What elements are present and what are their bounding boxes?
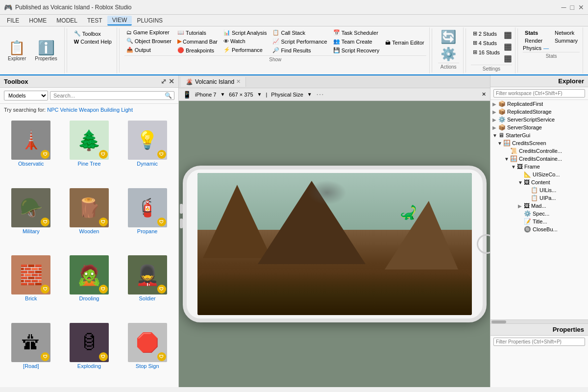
viewport-tab-volcanic[interactable]: 🌋 Volcanic Island ✕: [181, 77, 246, 87]
size-mode-dropdown-icon[interactable]: ▼: [307, 92, 312, 97]
properties-area: [490, 348, 588, 387]
call-stack-btn[interactable]: 📋 Call Stack: [270, 28, 329, 37]
tree-item-replicatedstorage[interactable]: ▶ 📦 ReplicatedStorage: [490, 108, 588, 116]
suggestion-vehicle[interactable]: Vehicle: [60, 107, 77, 113]
list-item[interactable]: 🛣 🛡 [Road]: [4, 321, 58, 385]
physics-minus-btn[interactable]: —: [543, 45, 549, 51]
actions-icon2[interactable]: ⚙️: [441, 47, 456, 62]
watch-btn[interactable]: 👁 Watch: [221, 37, 269, 45]
network-btn[interactable]: Network: [553, 29, 580, 36]
list-item[interactable]: 🛑 🛡 Stop Sign: [120, 321, 174, 385]
performance-btn[interactable]: ⚡ Performance: [221, 46, 269, 54]
item-badge: 🛡: [99, 285, 108, 294]
device-close-btn[interactable]: ✕: [482, 91, 486, 98]
tree-item-creditsscreen[interactable]: ▼ 🪟 CreditsScreen: [490, 139, 588, 147]
tree-item-serverscriptservice[interactable]: ▶ ⚙️ ServerScriptService: [490, 116, 588, 123]
script-performance-btn[interactable]: 📈 Script Performance: [270, 37, 329, 46]
tree-item-title[interactable]: ▶ 📝 Title...: [490, 218, 588, 225]
tree-item-startergui[interactable]: ▼ 🖥 StarterGui: [490, 131, 588, 139]
tab-close-btn[interactable]: ✕: [236, 78, 241, 85]
tree-item-mad[interactable]: ▶ 🖼 Mad...: [490, 202, 588, 210]
tree-item-serverstorage[interactable]: ▶ 📦 ServerStorage: [490, 123, 588, 131]
menu-test[interactable]: TEST: [82, 16, 107, 25]
breakpoints-btn[interactable]: 🔴 Breakpoints: [175, 46, 220, 54]
size-mode: Physical Size: [271, 92, 303, 98]
phone-home-btn: [477, 234, 490, 254]
tree-item-uilis[interactable]: ▶ 📋 UILis...: [490, 186, 588, 194]
tree-item-closebu[interactable]: ▶ 🔘 CloseBu...: [490, 225, 588, 233]
tree-item-spec[interactable]: ▶ ⚙️ Spec...: [490, 210, 588, 218]
suggestion-npc[interactable]: NPC: [47, 107, 58, 113]
category-select[interactable]: Models Meshes Images Audio Plugins: [4, 91, 48, 100]
list-item[interactable]: 🪵 🛡 Wooden: [62, 186, 117, 250]
device-dropdown2-icon[interactable]: ▼: [257, 92, 262, 97]
tree-icon: 📜: [510, 147, 517, 154]
item-badge: 🛡: [157, 352, 166, 361]
suggestion-building[interactable]: Building: [100, 107, 120, 113]
explorer-filter-input[interactable]: [493, 89, 585, 98]
task-scheduler-btn[interactable]: 📅 Task Scheduler: [331, 28, 382, 37]
list-item[interactable]: 🧟 🛡 Drooling: [62, 253, 117, 317]
terrain-editor-btn[interactable]: 🏔 Terrain Editor: [383, 39, 426, 47]
tutorials-btn[interactable]: 📖 Tutorials: [175, 28, 220, 37]
find-results-btn[interactable]: 🔎 Find Results: [270, 46, 329, 54]
properties-filter-input[interactable]: [493, 338, 585, 346]
render-btn[interactable]: Render: [523, 37, 549, 44]
toolbox-ribbon-btn[interactable]: 🔧 Toolbox: [72, 29, 114, 38]
studs-4-btn[interactable]: ⊞ 4 Studs: [471, 39, 502, 47]
object-browser-btn[interactable]: 🔍 Object Browser: [124, 37, 173, 45]
suggestion-light[interactable]: Light: [121, 107, 133, 113]
list-item[interactable]: 💡 🛡 Dynamic: [120, 119, 174, 182]
suggestions-prefix: Try searching for:: [4, 107, 46, 113]
toolbox-popout-btn[interactable]: ⤢: [161, 77, 167, 85]
physics-row: Physics —: [523, 45, 549, 51]
menu-file[interactable]: FILE: [2, 16, 24, 25]
menu-home[interactable]: HOME: [24, 16, 51, 25]
summary-btn[interactable]: Summary: [553, 37, 580, 44]
toolbox-close-btn[interactable]: ✕: [169, 77, 174, 85]
stats-btn[interactable]: Stats: [523, 29, 549, 36]
explorer-hscroll[interactable]: [490, 319, 588, 323]
list-item[interactable]: 🧯 🛡 Propane: [120, 186, 174, 250]
maximize-btn[interactable]: □: [570, 3, 574, 11]
command-bar-btn[interactable]: ▶ Command Bar: [175, 37, 220, 46]
team-create-btn[interactable]: 👥 Team Create: [331, 37, 382, 46]
tree-item-creditscontainer[interactable]: ▼ 🪟 CreditsContaine...: [490, 155, 588, 163]
search-input[interactable]: [52, 92, 165, 99]
minimize-btn[interactable]: ─: [562, 3, 566, 11]
suggestion-weapon[interactable]: Weapon: [79, 107, 99, 113]
tree-arrow: ▶: [492, 117, 498, 122]
tree-item-replicatedfirst[interactable]: ▶ 📦 ReplicatedFirst: [490, 100, 588, 108]
list-item[interactable]: 💂 🛡 Soldier: [120, 253, 174, 317]
tree-item-creditscontroller[interactable]: ▶ 📜 CreditsControlle...: [490, 147, 588, 155]
object-browser-icon: 🔍: [126, 38, 133, 44]
menu-view[interactable]: VIEW: [107, 16, 132, 25]
script-analysis-btn[interactable]: 📊 Script Analysis: [221, 28, 269, 37]
tree-item-content[interactable]: ▼ 🖼 Content: [490, 178, 588, 186]
explorer-btn[interactable]: 📋 Explorer: [4, 38, 30, 63]
close-btn[interactable]: ✕: [578, 3, 584, 11]
stud-grid3: ▦: [504, 53, 512, 64]
tree-item-uipa[interactable]: ▶ 📋 UIPa...: [490, 194, 588, 202]
output-btn[interactable]: 📤 Output: [124, 46, 173, 54]
list-item[interactable]: 🗼 🛡 Observatic: [4, 119, 58, 182]
list-item[interactable]: 🛢 🛡 Exploding: [62, 321, 117, 385]
actions-icon1[interactable]: 🔄: [441, 29, 456, 45]
device-dropdown-icon[interactable]: ▼: [220, 92, 225, 97]
tree-item-frame[interactable]: ▼ 🖼 Frame: [490, 163, 588, 171]
list-item[interactable]: 🌲 🛡 Pine Tree: [62, 119, 117, 182]
studs-16-btn[interactable]: ⊞ 16 Studs: [471, 48, 502, 56]
explorer-tree: ▶ 📦 ReplicatedFirst ▶ 📦 ReplicatedStorag…: [490, 100, 588, 319]
context-help-btn[interactable]: W Context Help: [72, 38, 114, 46]
sep5: [517, 28, 518, 73]
studs-2-btn[interactable]: ⊞ 2 Studs: [471, 29, 502, 38]
properties-btn[interactable]: ℹ️ Properties: [31, 38, 61, 63]
list-item[interactable]: 🧱 🛡 Brick: [4, 253, 58, 317]
game-explorer-btn[interactable]: 🗂 Game Explorer: [124, 28, 173, 36]
list-item[interactable]: 🪖 🛡 Military: [4, 186, 58, 250]
tree-item-uisizeco[interactable]: ▶ 📐 UISizeCo...: [490, 171, 588, 178]
script-recovery-btn[interactable]: 💾 Script Recovery: [331, 46, 382, 54]
menu-model[interactable]: MODEL: [51, 16, 82, 25]
item-img-propane: 🧯 🛡: [128, 188, 167, 227]
menu-plugins[interactable]: PLUGINS: [132, 16, 168, 25]
